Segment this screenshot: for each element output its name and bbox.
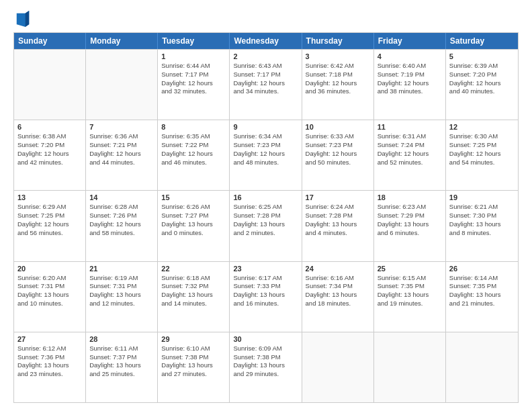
- calendar-cell: 24Sunrise: 6:16 AM Sunset: 7:34 PM Dayli…: [302, 262, 374, 332]
- day-number: 29: [161, 335, 226, 343]
- day-number: 24: [306, 265, 370, 273]
- day-number: 30: [233, 335, 298, 343]
- calendar-row: 1Sunrise: 6:44 AM Sunset: 7:17 PM Daylig…: [14, 49, 518, 120]
- day-info: Sunrise: 6:14 AM Sunset: 7:35 PM Dayligh…: [449, 274, 515, 308]
- calendar-cell: 9Sunrise: 6:34 AM Sunset: 7:23 PM Daylig…: [230, 120, 302, 190]
- day-number: 9: [233, 123, 298, 131]
- calendar-cell: 16Sunrise: 6:25 AM Sunset: 7:28 PM Dayli…: [230, 191, 302, 261]
- calendar-cell: 10Sunrise: 6:33 AM Sunset: 7:23 PM Dayli…: [302, 120, 374, 190]
- calendar-row: 27Sunrise: 6:12 AM Sunset: 7:36 PM Dayli…: [14, 332, 518, 402]
- calendar-header-cell: Saturday: [446, 33, 518, 49]
- calendar-row: 13Sunrise: 6:29 AM Sunset: 7:25 PM Dayli…: [14, 190, 518, 261]
- day-info: Sunrise: 6:21 AM Sunset: 7:30 PM Dayligh…: [449, 203, 515, 237]
- calendar-cell: [446, 332, 518, 402]
- calendar-cell: 1Sunrise: 6:44 AM Sunset: 7:17 PM Daylig…: [158, 50, 230, 120]
- calendar: SundayMondayTuesdayWednesdayThursdayFrid…: [13, 32, 519, 403]
- calendar-cell: 3Sunrise: 6:42 AM Sunset: 7:18 PM Daylig…: [302, 50, 374, 120]
- day-info: Sunrise: 6:11 AM Sunset: 7:37 PM Dayligh…: [89, 345, 154, 379]
- calendar-cell: 2Sunrise: 6:43 AM Sunset: 7:17 PM Daylig…: [230, 50, 302, 120]
- calendar-row: 6Sunrise: 6:38 AM Sunset: 7:20 PM Daylig…: [14, 120, 518, 190]
- day-info: Sunrise: 6:34 AM Sunset: 7:23 PM Dayligh…: [233, 132, 298, 167]
- calendar-cell: [86, 50, 158, 120]
- calendar-cell: [14, 50, 86, 120]
- calendar-cell: 22Sunrise: 6:18 AM Sunset: 7:32 PM Dayli…: [158, 262, 230, 332]
- day-info: Sunrise: 6:15 AM Sunset: 7:35 PM Dayligh…: [378, 274, 442, 308]
- day-number: 15: [161, 193, 226, 201]
- day-number: 3: [306, 52, 370, 60]
- calendar-cell: 26Sunrise: 6:14 AM Sunset: 7:35 PM Dayli…: [446, 262, 518, 332]
- calendar-cell: 23Sunrise: 6:17 AM Sunset: 7:33 PM Dayli…: [230, 262, 302, 332]
- day-number: 4: [378, 52, 442, 60]
- calendar-cell: 17Sunrise: 6:24 AM Sunset: 7:28 PM Dayli…: [302, 191, 374, 261]
- day-number: 23: [233, 265, 298, 273]
- logo-icon: [16, 11, 30, 27]
- calendar-cell: 8Sunrise: 6:35 AM Sunset: 7:22 PM Daylig…: [158, 120, 230, 190]
- day-info: Sunrise: 6:18 AM Sunset: 7:32 PM Dayligh…: [161, 274, 226, 308]
- day-info: Sunrise: 6:25 AM Sunset: 7:28 PM Dayligh…: [233, 203, 298, 237]
- day-info: Sunrise: 6:36 AM Sunset: 7:21 PM Dayligh…: [89, 132, 154, 167]
- calendar-cell: 15Sunrise: 6:26 AM Sunset: 7:27 PM Dayli…: [158, 191, 230, 261]
- day-number: 14: [89, 193, 154, 201]
- day-number: 19: [449, 193, 515, 201]
- day-info: Sunrise: 6:35 AM Sunset: 7:22 PM Dayligh…: [161, 132, 226, 167]
- calendar-header-cell: Monday: [86, 33, 158, 49]
- day-info: Sunrise: 6:39 AM Sunset: 7:20 PM Dayligh…: [449, 62, 515, 96]
- day-number: 1: [161, 52, 226, 60]
- day-number: 17: [306, 193, 370, 201]
- calendar-cell: 4Sunrise: 6:40 AM Sunset: 7:19 PM Daylig…: [374, 50, 446, 120]
- day-number: 28: [89, 335, 154, 343]
- day-number: 2: [233, 52, 298, 60]
- day-info: Sunrise: 6:19 AM Sunset: 7:31 PM Dayligh…: [89, 274, 154, 308]
- day-info: Sunrise: 6:20 AM Sunset: 7:31 PM Dayligh…: [17, 274, 82, 308]
- day-info: Sunrise: 6:43 AM Sunset: 7:17 PM Dayligh…: [233, 62, 298, 96]
- day-info: Sunrise: 6:23 AM Sunset: 7:29 PM Dayligh…: [378, 203, 442, 237]
- day-number: 11: [378, 123, 442, 131]
- day-number: 21: [89, 265, 154, 273]
- calendar-cell: 14Sunrise: 6:28 AM Sunset: 7:26 PM Dayli…: [86, 191, 158, 261]
- day-info: Sunrise: 6:42 AM Sunset: 7:18 PM Dayligh…: [306, 62, 370, 96]
- day-number: 8: [161, 123, 226, 131]
- day-number: 16: [233, 193, 298, 201]
- calendar-cell: 28Sunrise: 6:11 AM Sunset: 7:37 PM Dayli…: [86, 332, 158, 402]
- calendar-header-cell: Sunday: [14, 33, 86, 49]
- day-info: Sunrise: 6:17 AM Sunset: 7:33 PM Dayligh…: [233, 274, 298, 308]
- day-info: Sunrise: 6:44 AM Sunset: 7:17 PM Dayligh…: [161, 62, 226, 96]
- day-number: 22: [161, 265, 226, 273]
- calendar-cell: 13Sunrise: 6:29 AM Sunset: 7:25 PM Dayli…: [14, 191, 86, 261]
- day-info: Sunrise: 6:26 AM Sunset: 7:27 PM Dayligh…: [161, 203, 226, 237]
- day-info: Sunrise: 6:16 AM Sunset: 7:34 PM Dayligh…: [306, 274, 370, 308]
- calendar-cell: [302, 332, 374, 402]
- day-number: 25: [378, 265, 442, 273]
- day-info: Sunrise: 6:24 AM Sunset: 7:28 PM Dayligh…: [306, 203, 370, 237]
- calendar-cell: 7Sunrise: 6:36 AM Sunset: 7:21 PM Daylig…: [86, 120, 158, 190]
- day-number: 7: [89, 123, 154, 131]
- calendar-cell: [374, 332, 446, 402]
- day-info: Sunrise: 6:38 AM Sunset: 7:20 PM Dayligh…: [17, 132, 82, 167]
- day-number: 6: [17, 123, 82, 131]
- day-number: 13: [17, 193, 82, 201]
- day-info: Sunrise: 6:09 AM Sunset: 7:38 PM Dayligh…: [233, 345, 298, 379]
- day-number: 10: [306, 123, 370, 131]
- logo: [13, 11, 30, 27]
- svg-marker-1: [26, 11, 30, 27]
- day-number: 26: [449, 265, 515, 273]
- calendar-cell: 30Sunrise: 6:09 AM Sunset: 7:38 PM Dayli…: [230, 332, 302, 402]
- day-info: Sunrise: 6:10 AM Sunset: 7:38 PM Dayligh…: [161, 345, 226, 379]
- calendar-cell: 20Sunrise: 6:20 AM Sunset: 7:31 PM Dayli…: [14, 262, 86, 332]
- day-info: Sunrise: 6:28 AM Sunset: 7:26 PM Dayligh…: [89, 203, 154, 237]
- calendar-cell: 6Sunrise: 6:38 AM Sunset: 7:20 PM Daylig…: [14, 120, 86, 190]
- day-info: Sunrise: 6:29 AM Sunset: 7:25 PM Dayligh…: [17, 203, 82, 237]
- day-info: Sunrise: 6:30 AM Sunset: 7:25 PM Dayligh…: [449, 132, 515, 167]
- day-number: 5: [449, 52, 515, 60]
- calendar-cell: 18Sunrise: 6:23 AM Sunset: 7:29 PM Dayli…: [374, 191, 446, 261]
- calendar-cell: 27Sunrise: 6:12 AM Sunset: 7:36 PM Dayli…: [14, 332, 86, 402]
- page: SundayMondayTuesdayWednesdayThursdayFrid…: [0, 0, 532, 411]
- day-number: 12: [449, 123, 515, 131]
- calendar-header-cell: Thursday: [302, 33, 374, 49]
- calendar-header-cell: Friday: [374, 33, 446, 49]
- day-info: Sunrise: 6:12 AM Sunset: 7:36 PM Dayligh…: [17, 345, 82, 379]
- header: [13, 11, 519, 27]
- calendar-row: 20Sunrise: 6:20 AM Sunset: 7:31 PM Dayli…: [14, 261, 518, 332]
- calendar-cell: 21Sunrise: 6:19 AM Sunset: 7:31 PM Dayli…: [86, 262, 158, 332]
- calendar-cell: 25Sunrise: 6:15 AM Sunset: 7:35 PM Dayli…: [374, 262, 446, 332]
